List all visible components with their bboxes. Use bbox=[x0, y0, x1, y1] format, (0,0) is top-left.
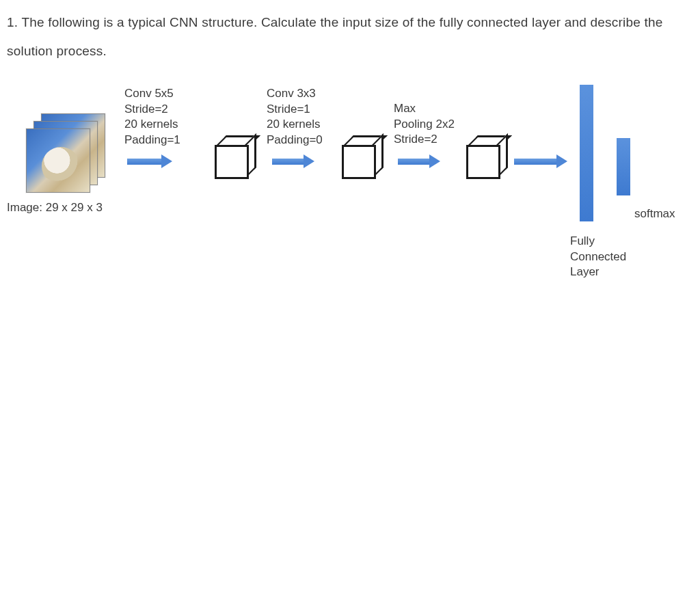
conv2-line: Conv 3x3 bbox=[267, 86, 323, 102]
fc-label: Fully Connected Layer bbox=[570, 234, 626, 281]
conv1-line: Stride=2 bbox=[124, 102, 180, 118]
conv1-line: Conv 5x5 bbox=[124, 86, 180, 102]
arrow-icon bbox=[514, 156, 567, 167]
pool-params: Max Pooling 2x2 Stride=2 bbox=[394, 101, 455, 148]
conv1-line: Padding=1 bbox=[124, 133, 180, 148]
conv2-line: Stride=1 bbox=[267, 102, 323, 118]
fc-label-line: Layer bbox=[570, 264, 626, 280]
pool-line: Pooling 2x2 bbox=[394, 117, 455, 133]
pool-line: Stride=2 bbox=[394, 132, 455, 148]
cnn-diagram: Image: 29 x 29 x 3 Conv 5x5 Stride=2 20 … bbox=[7, 72, 693, 291]
input-image-stack bbox=[26, 113, 108, 195]
conv1-params: Conv 5x5 Stride=2 20 kernels Padding=1 bbox=[124, 86, 180, 149]
conv2-line: 20 kernels bbox=[267, 117, 323, 133]
arrow-icon bbox=[127, 156, 172, 167]
softmax-label: softmax bbox=[634, 206, 675, 222]
arrow-icon bbox=[398, 156, 440, 167]
feature-map-cube bbox=[215, 135, 254, 175]
conv2-params: Conv 3x3 Stride=1 20 kernels Padding=0 bbox=[267, 86, 323, 149]
fc-label-line: Fully bbox=[570, 234, 626, 249]
arrow-icon bbox=[272, 156, 314, 167]
input-image-caption: Image: 29 x 29 x 3 bbox=[7, 201, 103, 215]
feature-map-cube bbox=[342, 135, 381, 175]
question-text: 1. The following is a typical CNN struct… bbox=[7, 8, 693, 66]
conv2-line: Padding=0 bbox=[267, 133, 323, 148]
feature-map-cube bbox=[466, 135, 506, 175]
fc-label-line: Connected bbox=[570, 249, 626, 265]
fc-layer-bar bbox=[580, 85, 593, 221]
input-image-tile bbox=[26, 128, 90, 193]
pool-line: Max bbox=[394, 101, 455, 117]
softmax-bar bbox=[617, 138, 630, 195]
conv1-line: 20 kernels bbox=[124, 117, 180, 133]
